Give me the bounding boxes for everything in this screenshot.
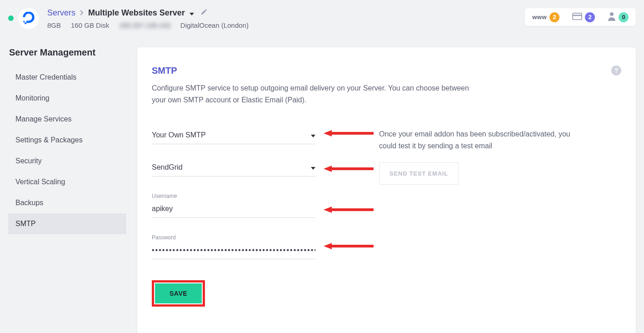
svg-rect-1 [25,22,26,24]
caret-down-icon [311,131,315,139]
sidebar-item-security[interactable]: Security [8,151,126,172]
svg-rect-3 [573,13,582,20]
breadcrumb-servers[interactable]: Servers [47,8,75,18]
smtp-type-value: Your Own SMTP [152,131,206,139]
panel-title: SMTP [152,66,621,76]
sidebar-item-monitoring[interactable]: Monitoring [8,88,126,109]
header: Servers Multiple Websites Server 8GB 160… [0,0,644,29]
websites-count-badge: 2 [549,12,559,22]
chevron-right-icon [80,8,84,18]
password-label: Password [152,234,315,241]
server-name-dropdown-icon[interactable] [190,8,194,18]
smtp-panel: ? SMTP Configure SMTP service to setup o… [137,47,636,333]
password-input[interactable] [152,243,315,259]
svg-marker-11 [324,207,332,213]
svg-point-5 [610,12,614,16]
annotation-arrow [324,243,374,249]
digitalocean-icon [22,12,35,25]
smtp-provider-value: SendGrid [152,163,183,172]
server-name: Multiple Websites Server [88,8,185,18]
svg-rect-4 [573,15,582,16]
stat-users[interactable]: 0 [608,12,629,22]
stat-websites[interactable]: www 2 [532,12,559,22]
sidebar-item-backups[interactable]: Backups [8,192,126,213]
stat-credentials[interactable]: 2 [572,12,595,22]
server-ram: 8GB [47,21,61,29]
annotation-arrow [324,130,374,136]
user-icon [608,12,616,22]
send-test-email-button[interactable]: SEND TEST EMAIL [379,162,459,185]
card-icon [572,12,582,22]
sidebar-item-manage-services[interactable]: Manage Services [8,109,126,130]
server-status-dot [8,15,14,21]
svg-marker-7 [324,130,332,136]
svg-rect-2 [23,21,25,22]
sidebar: Server Management Master Credentials Mon… [8,47,126,333]
header-stats: www 2 2 0 [525,8,636,26]
smtp-type-select[interactable]: Your Own SMTP [152,128,315,144]
edit-server-name-icon[interactable] [200,8,208,18]
credentials-count-badge: 2 [585,12,595,22]
server-ip: 185.207.139.103 [119,21,170,29]
panel-description: Configure SMTP service to setup outgoing… [152,82,470,106]
server-disk: 160 GB Disk [71,21,109,29]
server-meta: Servers Multiple Websites Server 8GB 160… [47,8,249,29]
sidebar-item-smtp[interactable]: SMTP [8,213,126,234]
annotation-arrow [324,166,374,172]
username-input[interactable] [152,202,315,218]
test-email-info: Once your email addon has been subscribe… [379,128,588,151]
username-label: Username [152,193,315,199]
sidebar-item-vertical-scaling[interactable]: Vertical Scaling [8,172,126,192]
password-field: Password [152,234,315,259]
users-count-badge: 0 [619,12,629,22]
sidebar-item-settings-packages[interactable]: Settings & Packages [8,130,126,151]
svg-marker-13 [324,243,332,249]
www-icon: www [532,14,547,20]
svg-marker-9 [324,166,332,172]
annotation-arrow [324,207,374,213]
smtp-provider-select[interactable]: SendGrid [152,161,315,177]
sidebar-title: Server Management [8,47,126,58]
sidebar-item-master-credentials[interactable]: Master Credentials [8,67,126,88]
caret-down-icon [311,163,315,172]
save-button-highlight: SAVE [152,280,205,307]
username-field: Username [152,193,315,218]
server-location: DigitalOcean (London) [180,21,249,29]
help-icon[interactable]: ? [611,66,621,76]
svg-rect-0 [26,21,29,23]
provider-logo [18,8,39,29]
save-button[interactable]: SAVE [155,283,202,303]
